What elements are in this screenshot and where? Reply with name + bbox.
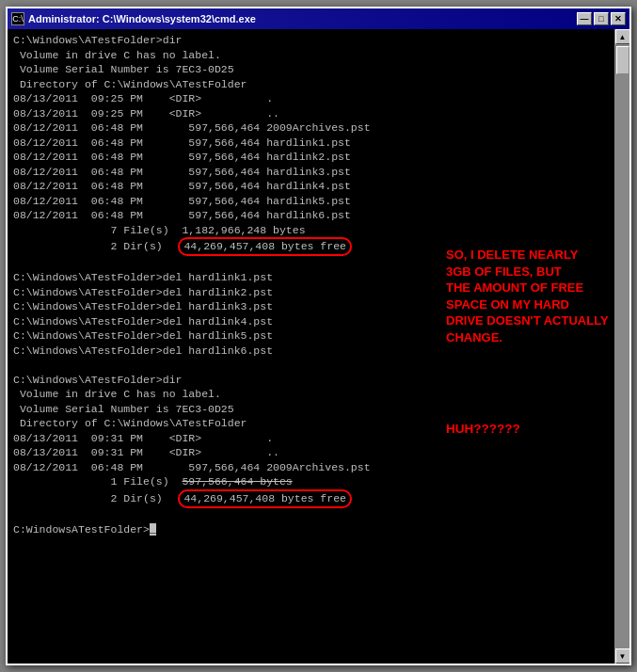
window-wrapper: C:\ Administrator: C:\Windows\system32\c… <box>6 7 631 665</box>
terminal-line: C:\Windows\ATestFolder>del hardlink6.pst <box>13 344 609 359</box>
terminal-line: Volume in drive C has no label. <box>13 387 609 402</box>
maximize-button[interactable]: □ <box>594 12 609 25</box>
bytes-free-2: 44,269,457,408 bytes free <box>178 489 352 508</box>
bytes-free-1: 44,269,457,408 bytes free <box>178 237 352 256</box>
terminal-line: 08/13/2011 09:25 PM <DIR> .. <box>13 106 609 121</box>
terminal-line <box>13 508 609 523</box>
terminal-line: 08/13/2011 09:25 PM <DIR> . <box>13 91 609 106</box>
terminal-line: 08/12/2011 06:48 PM 597,566,464 2009Arch… <box>13 460 609 475</box>
terminal-line: C:\Windows\ATestFolder>dir <box>13 373 609 388</box>
terminal-line: 08/13/2011 09:31 PM <DIR> .. <box>13 445 609 460</box>
terminal-line: C:\Windows\ATestFolder>dir <box>13 33 609 48</box>
terminal-line: C:\Windows\ATestFolder>del hardlink1.pst <box>13 270 609 285</box>
cmd-icon: C:\ <box>11 12 24 25</box>
terminal-line: 08/12/2011 06:48 PM 597,566,464 hardlink… <box>13 136 609 151</box>
content-area: C:\Windows\ATestFolder>dir Volume in dri… <box>8 29 629 664</box>
terminal-line: 08/12/2011 06:48 PM 597,566,464 hardlink… <box>13 179 609 194</box>
terminal-line: Volume Serial Number is 7EC3-0D25 <box>13 62 609 77</box>
terminal-line: C:\Windows\ATestFolder>del hardlink2.pst <box>13 285 609 300</box>
close-button[interactable]: ✕ <box>611 12 626 25</box>
scroll-thumb[interactable] <box>616 46 629 74</box>
terminal-dirs2-line: 2 Dir(s) 44,269,457,408 bytes free <box>13 489 609 508</box>
terminal-line: 08/12/2011 06:48 PM 597,566,464 hardlink… <box>13 208 609 223</box>
terminal-line: C:\Windows\ATestFolder>del hardlink5.pst <box>13 328 609 344</box>
title-bar: C:\ Administrator: C:\Windows\system32\c… <box>8 8 629 29</box>
scrollbar[interactable]: ▲ ▼ <box>614 29 629 664</box>
terminal-files2-line: 1 File(s) 597,566,464 bytes <box>13 474 609 489</box>
terminal-output[interactable]: C:\Windows\ATestFolder>dir Volume in dri… <box>8 29 614 664</box>
terminal-line: 08/13/2011 09:31 PM <DIR> . <box>13 431 609 446</box>
terminal-line: 08/12/2011 06:48 PM 597,566,464 hardlink… <box>13 165 609 180</box>
terminal-line <box>13 256 609 271</box>
terminal-line: Directory of C:\Windows\ATestFolder <box>13 77 609 92</box>
minimize-button[interactable]: — <box>577 12 592 25</box>
scroll-up-button[interactable]: ▲ <box>615 29 630 44</box>
terminal-line: Directory of C:\Windows\ATestFolder <box>13 416 609 431</box>
scroll-down-button[interactable]: ▼ <box>615 648 630 664</box>
cmd-window: C:\ Administrator: C:\Windows\system32\c… <box>6 7 631 665</box>
cursor: _ <box>150 523 156 536</box>
terminal-prompt-end: C:WindowsATestFolder>_ <box>13 522 609 537</box>
terminal-line: 08/12/2011 06:48 PM 597,566,464 hardlink… <box>13 194 609 209</box>
terminal-dirs-line: 2 Dir(s) 44,269,457,408 bytes free <box>13 237 609 256</box>
terminal-line: 7 File(s) 1,182,966,248 bytes <box>13 223 609 238</box>
terminal-line: C:\Windows\ATestFolder>del hardlink4.pst <box>13 314 609 329</box>
window-title: Administrator: C:\Windows\system32\cmd.e… <box>28 13 256 24</box>
title-bar-left: C:\ Administrator: C:\Windows\system32\c… <box>11 12 256 25</box>
terminal-line: Volume Serial Number is 7EC3-0D25 <box>13 402 609 417</box>
scroll-track[interactable] <box>615 44 629 648</box>
terminal-line: 08/12/2011 06:48 PM 597,566,464 hardlink… <box>13 150 609 165</box>
strikethrough-bytes: 597,566,464 bytes <box>182 475 292 488</box>
terminal-line <box>13 358 609 373</box>
terminal-line: 08/12/2011 06:48 PM 597,566,464 2009Arch… <box>13 120 609 136</box>
terminal-line: C:\Windows\ATestFolder>del hardlink3.pst <box>13 299 609 314</box>
title-buttons: — □ ✕ <box>577 12 626 25</box>
terminal-line: Volume in drive C has no label. <box>13 48 609 63</box>
